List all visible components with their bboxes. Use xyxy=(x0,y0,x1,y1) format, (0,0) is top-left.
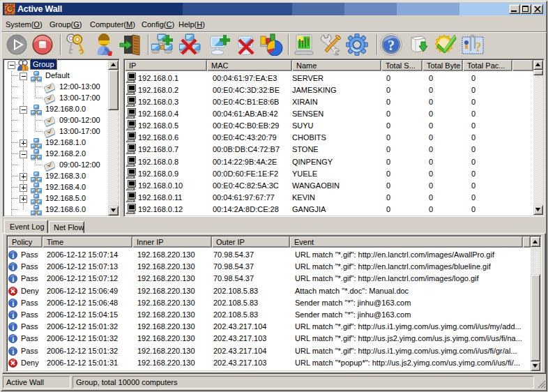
svg-text:i: i xyxy=(12,275,14,283)
svg-text:i: i xyxy=(12,335,14,343)
svg-text:?: ? xyxy=(388,38,395,53)
svg-text:?: ? xyxy=(475,40,482,54)
svg-text:i: i xyxy=(12,251,14,259)
svg-text:i: i xyxy=(12,311,14,319)
svg-text:i: i xyxy=(12,299,14,308)
svg-text:i: i xyxy=(12,347,14,356)
svg-text:i: i xyxy=(12,323,14,331)
svg-text:i: i xyxy=(12,263,14,271)
